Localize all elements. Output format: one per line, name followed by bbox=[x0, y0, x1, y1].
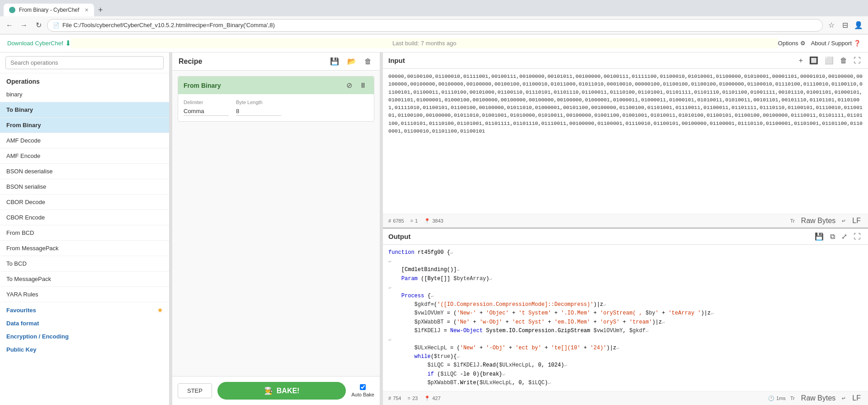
auto-bake-label: Auto Bake bbox=[351, 392, 374, 397]
cr-marker: ↵ bbox=[489, 276, 492, 281]
cr-marker: ↵ bbox=[564, 363, 567, 368]
load-recipe-button[interactable]: 📂 bbox=[345, 56, 358, 67]
input-format-label: Tr bbox=[790, 218, 795, 224]
favourites-section[interactable]: Favourites ★ bbox=[0, 302, 169, 315]
output-save-button[interactable]: 💾 bbox=[813, 231, 826, 242]
auto-bake-wrapper: Auto Bake bbox=[351, 384, 374, 397]
bake-button[interactable]: 👨‍🍳 BAKE! bbox=[217, 382, 346, 400]
output-lf-button[interactable]: LF bbox=[850, 393, 863, 403]
input-panel-icons: + 🔲 ⬜ 🗑 ⛶ bbox=[797, 55, 863, 66]
output-fullscreen-button[interactable]: ⛶ bbox=[852, 231, 863, 242]
sidebar-item-amf-encode[interactable]: AMF Encode bbox=[0, 148, 169, 164]
cr-marker: ↵ bbox=[431, 294, 434, 299]
output-line: $ULxHecLpL = ('New' + '-Obj' + 'ect by' … bbox=[388, 344, 863, 353]
sidebar-item-amf-decode[interactable]: AMF Decode bbox=[0, 133, 169, 148]
input-arrow-icon: ↵ bbox=[842, 218, 846, 224]
help-icon: ❓ bbox=[854, 40, 861, 47]
input-content[interactable]: 00000,00100100,01100010,01111001,0010011… bbox=[383, 69, 868, 214]
active-tab[interactable]: From Binary - CyberChef ✕ bbox=[4, 4, 94, 16]
output-arrow-icon: ↵ bbox=[842, 395, 846, 401]
sidebar-item-cbor-encode[interactable]: CBOR Encode bbox=[0, 210, 169, 225]
tab-close-button[interactable]: ✕ bbox=[85, 7, 89, 13]
address-text: File C:/Tools/cyberchef/CyberChef_v10.5.… bbox=[62, 22, 275, 29]
step-button[interactable]: STEP bbox=[178, 383, 212, 398]
sidebar-item-from-binary[interactable]: From Binary bbox=[0, 118, 169, 133]
back-button[interactable]: ← bbox=[4, 19, 15, 31]
about-support-link[interactable]: About / Support ❓ bbox=[811, 40, 861, 47]
output-time: 🕐 1ms bbox=[768, 395, 786, 401]
save-recipe-button[interactable]: 💾 bbox=[328, 56, 341, 67]
split-view-button[interactable]: ⊟ bbox=[839, 19, 851, 31]
input-lf-button[interactable]: LF bbox=[850, 216, 863, 226]
pause-step-button[interactable]: ⏸ bbox=[358, 80, 368, 91]
output-content[interactable]: function rt45fg00 {↵↵ [CmdletBinding()]↵… bbox=[383, 245, 868, 391]
byte-length-field: Byte Length 8 bbox=[236, 100, 281, 116]
input-offset: # 6785 bbox=[388, 218, 404, 224]
recipe-card-header: From Binary ⊘ ⏸ bbox=[178, 76, 374, 94]
bookmark-button[interactable]: ☆ bbox=[826, 19, 837, 31]
cr-marker: ↵ bbox=[450, 250, 453, 255]
app-topbar: Download CyberChef ⬇ Last build: 7 month… bbox=[0, 34, 868, 52]
public-key-section[interactable]: Public Key bbox=[0, 342, 169, 355]
sidebar: Operations binary To Binary From Binary … bbox=[0, 52, 170, 405]
cr-marker: ↵ bbox=[457, 354, 459, 359]
app-body: Operations binary To Binary From Binary … bbox=[0, 52, 868, 405]
input-clear-button[interactable]: 🗑 bbox=[838, 55, 849, 66]
sidebar-item-to-binary[interactable]: To Binary bbox=[0, 102, 169, 118]
hash-icon: # bbox=[388, 218, 391, 224]
output-equals: = 23 bbox=[407, 395, 418, 401]
cr-marker: ↵ bbox=[711, 311, 713, 316]
sidebar-item-from-messagepack[interactable]: From MessagePack bbox=[0, 241, 169, 256]
download-link[interactable]: Download CyberChef ⬇ bbox=[7, 39, 71, 48]
data-format-section[interactable]: Data format bbox=[0, 315, 169, 329]
gear-icon: ⚙ bbox=[800, 40, 806, 47]
input-add-button[interactable]: + bbox=[797, 55, 805, 66]
sidebar-item-to-messagepack[interactable]: To MessagePack bbox=[0, 272, 169, 287]
output-position: 📍 427 bbox=[424, 395, 440, 401]
position-icon: 📍 bbox=[424, 218, 430, 224]
input-raw-bytes-button[interactable]: Raw Bytes bbox=[799, 216, 837, 226]
delimiter-value[interactable]: Comma bbox=[184, 107, 229, 116]
nav-actions: ☆ ⊟ 👤 bbox=[826, 19, 864, 31]
input-open-button[interactable]: 🔲 bbox=[807, 55, 820, 66]
options-button[interactable]: Options ⚙ bbox=[778, 40, 806, 47]
input-footer-left: # 6785 = 1 📍 3843 bbox=[388, 218, 443, 224]
input-expand-button[interactable]: ⛶ bbox=[852, 55, 863, 66]
sidebar-item-bson-serialise[interactable]: BSON serialise bbox=[0, 179, 169, 195]
input-split-button[interactable]: ⬜ bbox=[823, 55, 835, 66]
byte-length-value[interactable]: 8 bbox=[236, 107, 281, 116]
search-query-item[interactable]: binary bbox=[0, 87, 169, 102]
tab-title: From Binary - CyberChef bbox=[19, 7, 79, 13]
address-bar[interactable]: 📄 File C:/Tools/cyberchef/CyberChef_v10.… bbox=[47, 19, 823, 32]
profile-button[interactable]: 👤 bbox=[853, 19, 864, 31]
output-line: Process {↵ bbox=[388, 292, 863, 300]
output-copy-button[interactable]: ⧉ bbox=[828, 231, 837, 242]
output-line: $gkdf=('([IO.Compression.CompressionMode… bbox=[388, 300, 863, 309]
recipe-header: Recipe 💾 📂 🗑 bbox=[172, 52, 380, 71]
sidebar-item-yara-rules[interactable]: YARA Rules bbox=[0, 287, 169, 302]
recipe-title: Recipe bbox=[179, 57, 202, 66]
encryption-encoding-section[interactable]: Encryption / Encoding bbox=[0, 329, 169, 342]
recipe-card-actions: ⊘ ⏸ bbox=[344, 80, 368, 91]
search-input[interactable] bbox=[5, 56, 164, 69]
new-tab-button[interactable]: + bbox=[94, 4, 107, 16]
sidebar-item-from-bcd[interactable]: From BCD bbox=[0, 225, 169, 241]
auto-bake-checkbox[interactable] bbox=[360, 384, 366, 390]
recipe-footer: STEP 👨‍🍳 BAKE! Auto Bake bbox=[172, 376, 380, 405]
input-text: 00000,00100100,01100010,01111001,0010011… bbox=[388, 73, 863, 134]
refresh-button[interactable]: ↻ bbox=[33, 19, 44, 31]
sidebar-item-cbor-decode[interactable]: CBOR Decode bbox=[0, 195, 169, 210]
output-line: $pXWabbBT = ('Ne' + 'w-Obj' + 'ect Syst'… bbox=[388, 318, 863, 327]
download-icon: ⬇ bbox=[65, 39, 71, 48]
disable-step-button[interactable]: ⊘ bbox=[344, 80, 354, 91]
sidebar-item-to-bcd[interactable]: To BCD bbox=[0, 256, 169, 272]
output-panel-icons: 💾 ⧉ ⤢ ⛶ bbox=[813, 231, 863, 242]
cr-marker: ↵ bbox=[616, 346, 619, 351]
sidebar-item-bson-deserialise[interactable]: BSON deserialise bbox=[0, 164, 169, 179]
forward-button[interactable]: → bbox=[18, 19, 30, 31]
output-expand-button[interactable]: ⤢ bbox=[840, 231, 849, 242]
clear-recipe-button[interactable]: 🗑 bbox=[363, 56, 373, 67]
output-raw-bytes-button[interactable]: Raw Bytes bbox=[799, 393, 837, 403]
cr-marker: ↵ bbox=[662, 320, 665, 325]
clock-icon: 🕐 bbox=[768, 395, 774, 401]
